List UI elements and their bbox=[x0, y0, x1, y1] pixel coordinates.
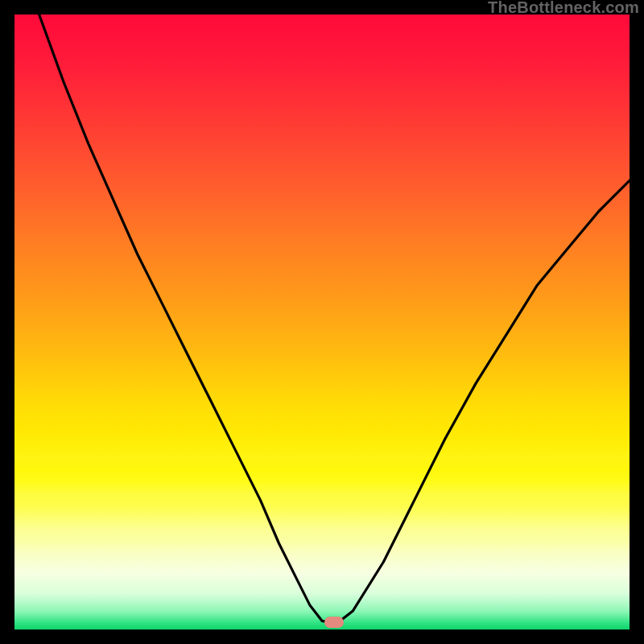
optimum-marker bbox=[324, 617, 344, 628]
chart-frame: TheBottleneck.com bbox=[0, 0, 644, 644]
bottleneck-curve bbox=[14, 14, 630, 630]
watermark-text: TheBottleneck.com bbox=[488, 0, 639, 17]
plot-area bbox=[14, 14, 630, 630]
